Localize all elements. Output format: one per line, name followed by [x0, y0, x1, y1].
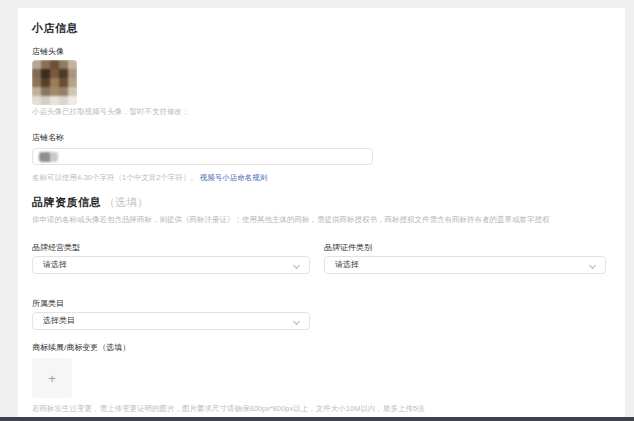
category-label: 所属类目: [32, 299, 310, 308]
avatar-label: 店铺头像: [32, 47, 611, 56]
avatar-note: 小店头像已拉取视频号头像，暂时不支持修改；: [32, 107, 611, 116]
store-avatar-image: [32, 60, 77, 105]
category-select[interactable]: 选择类目: [32, 312, 310, 330]
brand-info-optional-tag: （选填）: [104, 196, 148, 208]
cert-type-label: 品牌证件类别: [324, 243, 606, 252]
chevron-down-icon: [293, 318, 300, 325]
section-title-brand-info: 品牌资质信息（选填）: [32, 196, 611, 208]
brand-info-description: 你申请的名称或头像若包含品牌商标，则提供《商标注册证》；使用其他主体的商标，需提…: [32, 215, 611, 224]
field-brand-type: 品牌经营类型 请选择: [32, 243, 310, 274]
naming-rules-link[interactable]: 视频号小店命名规则: [200, 173, 268, 182]
trademark-upload-button[interactable]: +: [32, 358, 72, 398]
brand-type-select[interactable]: 请选择: [32, 256, 310, 274]
chevron-down-icon: [589, 262, 596, 269]
shop-name-hint-text: 名称可以使用4-30个字符（1个中文算2个字符）。: [32, 173, 198, 182]
category-placeholder: 选择类目: [43, 317, 75, 325]
brand-info-title-text: 品牌资质信息: [32, 196, 101, 208]
shop-settings-card: 小店信息 店铺头像 小店头像已拉取视频号头像，暂时不支持修改； 店铺名称 名称可…: [18, 8, 625, 417]
window-bottom-edge: [0, 417, 634, 421]
chevron-down-icon: [293, 262, 300, 269]
plus-icon: +: [48, 372, 56, 385]
cert-type-placeholder: 请选择: [335, 261, 359, 269]
brand-fields-row: 品牌经营类型 请选择 品牌证件类别 请选择: [32, 243, 611, 274]
brand-type-placeholder: 请选择: [43, 261, 67, 269]
blurred-shop-name-value: [39, 152, 58, 162]
field-category: 所属类目 选择类目: [32, 299, 310, 330]
trademark-note: 若商标发生过变更，需上传变更证明的图片，图片要求尺寸请确保800px*800px…: [32, 404, 611, 413]
cert-type-select[interactable]: 请选择: [324, 256, 606, 274]
brand-type-label: 品牌经营类型: [32, 243, 310, 252]
trademark-label: 商标续展/商标变更（选填）: [32, 343, 611, 352]
field-cert-type: 品牌证件类别 请选择: [324, 243, 606, 274]
shop-name-hint: 名称可以使用4-30个字符（1个中文算2个字符）。视频号小店命名规则: [32, 173, 611, 182]
section-title-shop-info: 小店信息: [32, 22, 611, 34]
shop-name-label: 店铺名称: [32, 133, 611, 142]
shop-name-input[interactable]: [32, 148, 373, 165]
avatar-blurred-mosaic: [32, 60, 77, 105]
